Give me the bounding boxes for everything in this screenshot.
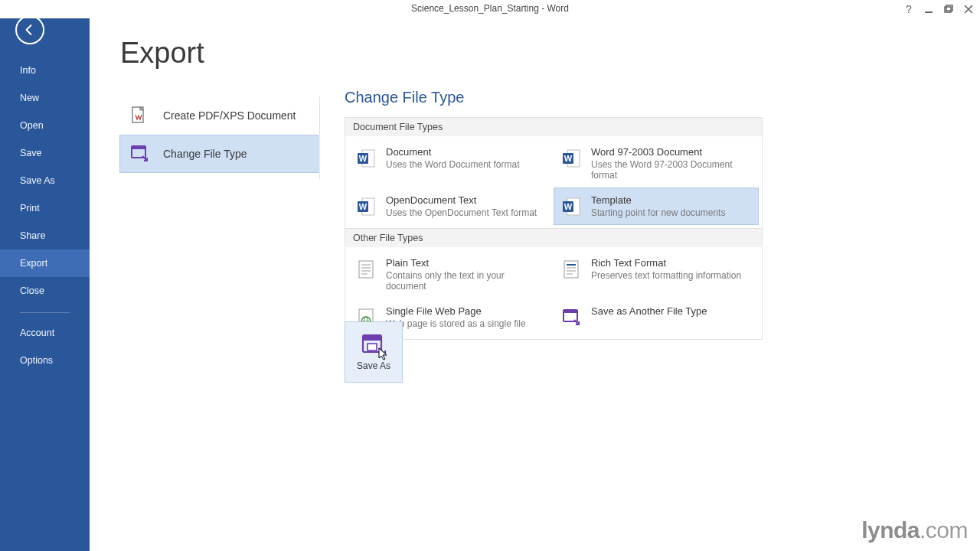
- minimize-icon[interactable]: [919, 2, 939, 17]
- filetype-desc: Web page is stored as a single file: [386, 318, 526, 329]
- doc-types-grid: W DocumentUses the Word Document format …: [345, 136, 762, 228]
- svg-text:W: W: [359, 202, 368, 211]
- save-as-label: Save As: [357, 360, 390, 371]
- option-label: Change File Type: [163, 148, 247, 160]
- svg-rect-2: [946, 5, 952, 11]
- filetype-rtf[interactable]: Rich Text FormatPreserves text formattin…: [554, 250, 759, 298]
- window-controls: ?: [899, 2, 978, 17]
- filetype-title: Rich Text Format: [591, 257, 741, 269]
- svg-text:W: W: [564, 202, 573, 211]
- other-types-grid: Plain TextContains only the text in your…: [345, 247, 762, 339]
- filetype-odt[interactable]: W OpenDocument TextUses the OpenDocument…: [348, 187, 554, 225]
- sidebar-item-new[interactable]: New: [0, 84, 90, 112]
- sidebar-item-open[interactable]: Open: [0, 112, 90, 139]
- sidebar-item-label: Open: [20, 120, 44, 131]
- sidebar-item-account[interactable]: Account: [0, 319, 90, 347]
- filetype-title: OpenDocument Text: [386, 194, 537, 206]
- window-title: Science_Lesson_Plan_Starting - Word: [411, 3, 569, 14]
- pdfxps-icon: [129, 106, 149, 126]
- filetype-template[interactable]: W TemplateStarting point for new documen…: [554, 187, 759, 225]
- svg-rect-33: [564, 310, 577, 313]
- filetype-document[interactable]: W DocumentUses the Word Document format: [348, 139, 554, 187]
- text-icon: [560, 259, 582, 280]
- word-icon: W: [560, 196, 582, 217]
- sidebar-item-print[interactable]: Print: [0, 194, 90, 222]
- divider: [319, 96, 320, 179]
- sidebar-item-info[interactable]: Info: [0, 57, 90, 84]
- svg-text:W: W: [564, 154, 573, 163]
- save-icon: [361, 333, 387, 356]
- option-label: Create PDF/XPS Document: [163, 109, 296, 122]
- word-icon: W: [560, 148, 582, 169]
- filetype-title: Word 97-2003 Document: [591, 146, 752, 158]
- sidebar-item-label: Print: [20, 203, 40, 214]
- group-header: Document File Types: [345, 118, 762, 136]
- option-change-file-type[interactable]: Change File Type: [119, 135, 318, 173]
- filetype-desc: Contains only the text in your document: [386, 270, 547, 292]
- word-icon: W: [355, 196, 377, 217]
- text-icon: [355, 259, 377, 280]
- filetype-desc: Uses the Word Document format: [386, 159, 520, 170]
- svg-rect-18: [359, 261, 373, 278]
- sidebar-item-label: Info: [20, 65, 36, 76]
- sidebar-item-export[interactable]: Export: [0, 249, 90, 277]
- sidebar-item-options[interactable]: Options: [0, 347, 90, 374]
- filetype-title: Single File Web Page: [386, 305, 526, 317]
- svg-rect-36: [368, 344, 377, 350]
- svg-rect-1: [945, 7, 951, 12]
- filetype-title: Document: [386, 146, 520, 158]
- sidebar-item-label: New: [20, 93, 39, 103]
- sidebar-item-label: Account: [20, 328, 54, 338]
- divider: [20, 312, 70, 313]
- group-header: Other File Types: [345, 229, 762, 247]
- sidebar-item-label: Share: [20, 230, 45, 241]
- export-options: Create PDF/XPS Document Change File Type: [119, 96, 318, 173]
- back-button[interactable]: [15, 15, 44, 44]
- changetype-icon: [129, 144, 149, 164]
- panel-title: Change File Type: [345, 89, 763, 106]
- filetype-title: Plain Text: [386, 257, 547, 269]
- filetype-desc: Preserves text formatting information: [591, 270, 741, 281]
- watermark: lynda.com: [861, 517, 968, 543]
- svg-rect-0: [925, 11, 933, 13]
- changetype-icon: [560, 307, 582, 328]
- svg-rect-5: [132, 146, 145, 149]
- sidebar-item-save[interactable]: Save: [0, 139, 90, 167]
- restore-icon[interactable]: [939, 2, 959, 17]
- sidebar-item-saveas[interactable]: Save As: [0, 167, 90, 194]
- filetype-word9703[interactable]: W Word 97-2003 DocumentUses the Word 97-…: [554, 139, 759, 187]
- filetype-plaintext[interactable]: Plain TextContains only the text in your…: [348, 250, 554, 298]
- watermark-suffix: .com: [920, 517, 968, 543]
- group-document-file-types: Document File Types W DocumentUses the W…: [345, 117, 763, 229]
- word-icon: W: [355, 148, 377, 169]
- sidebar-item-label: Save: [20, 148, 42, 158]
- sidebar-item-label: Export: [20, 258, 47, 269]
- watermark-brand: lynda: [861, 517, 920, 543]
- page-title: Export: [120, 37, 980, 70]
- filetype-desc: Uses the OpenDocument Text format: [386, 207, 537, 218]
- sidebar-item-label: Options: [20, 355, 53, 366]
- close-icon[interactable]: [959, 2, 978, 17]
- option-create-pdfxps[interactable]: Create PDF/XPS Document: [119, 96, 318, 135]
- filetype-another[interactable]: Save as Another File Type: [554, 298, 759, 336]
- sidebar-item-share[interactable]: Share: [0, 222, 90, 249]
- filetype-desc: Uses the Word 97-2003 Document format: [591, 159, 752, 181]
- filetype-title: Save as Another File Type: [591, 305, 707, 317]
- title-bar: Science_Lesson_Plan_Starting - Word ?: [0, 0, 980, 18]
- svg-rect-35: [363, 335, 381, 341]
- help-icon[interactable]: ?: [899, 2, 919, 17]
- filetype-desc: Starting point for new documents: [591, 207, 725, 218]
- filetype-title: Template: [591, 194, 725, 206]
- svg-rect-23: [564, 261, 578, 278]
- svg-text:W: W: [359, 154, 368, 163]
- sidebar-item-label: Save As: [20, 175, 55, 186]
- sidebar-item-label: Close: [20, 285, 44, 296]
- save-as-button[interactable]: Save As: [345, 321, 403, 383]
- sidebar-item-close[interactable]: Close: [0, 277, 90, 305]
- backstage-sidebar: Info New Open Save Save As Print Share E…: [0, 0, 90, 551]
- change-file-type-panel: Change File Type Document File Types W D…: [345, 89, 763, 339]
- group-other-file-types: Other File Types Plain TextContains only…: [345, 228, 763, 340]
